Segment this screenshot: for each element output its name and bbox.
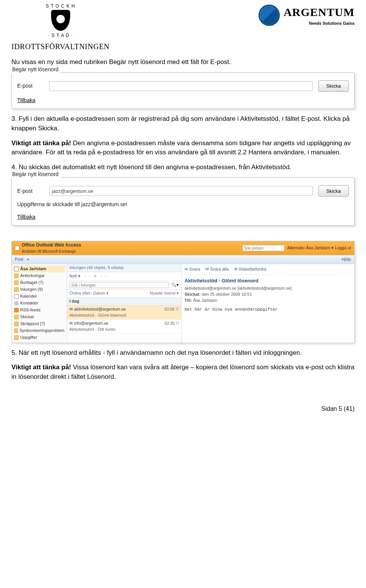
owa-group-today: I dag — [67, 298, 181, 306]
important-1-label: Viktigt att tänka på! — [11, 139, 71, 147]
toolbar-item[interactable]: · — [84, 273, 85, 279]
sidebar-item[interactable]: Uppgifter — [13, 334, 65, 341]
owa-inbox-header: Inkorgen (40 objekt, 9 olästa) — [67, 264, 181, 272]
stockholm-logo: S T O C K H O L M · S T A D · IDROTTSFÖR… — [11, 4, 109, 52]
sidebar-item-label: Skräppost [7] — [20, 321, 45, 327]
toolbar-item[interactable]: · — [89, 273, 90, 279]
email-input-2[interactable] — [49, 186, 313, 196]
owa-sort-left[interactable]: Ordna efter: Datum ▾ — [69, 290, 109, 296]
owa-preview-pane: ✉ Svara✉ Svara alla✉ Vidarebefordra Akti… — [181, 264, 354, 342]
owa-logo-icon — [15, 246, 19, 250]
page-number: Sidan 5 (41) — [11, 404, 355, 413]
rss-icon — [14, 308, 19, 312]
sidebar-item-label: Uppgifter — [20, 335, 37, 341]
sidebar-item[interactable]: RSS-feeds — [13, 307, 65, 314]
email-input-1[interactable] — [49, 81, 313, 91]
sidebar-item-label: Anteckningar — [20, 273, 45, 279]
owa-subtitle: Ansluten till Microsoft Exchange — [22, 249, 81, 255]
status-message: Uppgifterna är skickade till jazz@argent… — [17, 200, 349, 208]
page-header: S T O C K H O L M · S T A D · IDROTTSFÖR… — [11, 4, 355, 52]
step-4-text: 4. Nu skickas det automatiskt ett nytt l… — [11, 163, 291, 171]
argentum-logo: ARGENTUM Needs Solutions Gains — [258, 4, 355, 26]
step-3-text: 3. Fyll i den aktuella e-postadressen so… — [11, 115, 350, 132]
back-link-1[interactable]: Tillbaka — [17, 96, 35, 104]
argentum-tagline: Needs Solutions Gains — [309, 21, 355, 27]
owa-inbox-search[interactable] — [69, 282, 169, 288]
owa-preview-from: aktivitetsstod@argentum.se [aktivitetsst… — [185, 285, 351, 292]
search-icon[interactable]: 🔍▾ — [171, 282, 179, 288]
folder-icon — [14, 315, 19, 319]
cal-icon — [14, 294, 19, 299]
important-note-1: Viktigt att tänka på! Den angivna e-post… — [11, 139, 355, 157]
owa-preview-toolbar[interactable]: ✉ Svara✉ Svara alla✉ Vidarebefordra — [185, 266, 351, 275]
sidebar-item-label: Inkorgen (9) — [20, 287, 43, 293]
owa-title: Office Outlook Web Access — [22, 242, 81, 248]
sidebar-item[interactable]: Anteckningar — [13, 272, 65, 279]
important-note-2: Viktigt att tänka på! Vissa lösenord kan… — [11, 363, 355, 381]
sidebar-item[interactable]: Borttaget (7) — [13, 279, 65, 286]
sidebar-item[interactable]: Synkroniseringsproblem — [13, 327, 65, 334]
shield-icon — [51, 10, 70, 31]
email-label-1: E-post — [17, 82, 44, 90]
owa-sort-right[interactable]: Nyaste överst ▾ — [150, 290, 179, 296]
toolbar-item[interactable]: × — [94, 273, 96, 279]
step-5: 5. När ett nytt lösenord erhållits - fyl… — [11, 348, 355, 358]
owa-preview-subject: Aktivitetsstöd - Glömt lösenord — [185, 277, 351, 285]
toolbar-item[interactable]: · — [100, 273, 101, 279]
folder-icon — [14, 328, 18, 333]
owa-message-list: Inkorgen (40 objekt, 9 olästa) Nytt ▾··×… — [67, 264, 181, 342]
request-password-box-1: E-post Skicka Tillbaka — [11, 72, 355, 109]
toolbar-item[interactable]: Nytt ▾ — [69, 273, 80, 279]
folder-icon — [14, 274, 19, 278]
message-row[interactable]: ✉ info@argentum.se10:35 ▽Aktivitetsstöd … — [67, 320, 181, 334]
owa-post-label: Post — [15, 257, 23, 261]
owa-collapse-icon[interactable]: « — [27, 257, 29, 261]
preview-toolbar-item[interactable]: ✉ Vidarebefordra — [234, 266, 266, 272]
owa-person-search[interactable] — [242, 245, 284, 251]
preview-toolbar-item[interactable]: ✉ Svara — [185, 266, 200, 272]
sidebar-item[interactable]: Inkorgen (9) — [13, 286, 65, 293]
owa-preview-body: Det här är dina nya användaruppgifter — [185, 307, 351, 313]
sidebar-item-label: Borttaget (7) — [20, 280, 43, 286]
submit-button-1[interactable]: Skicka — [318, 80, 349, 92]
important-2-label: Viktigt att tänka på! — [11, 364, 71, 371]
argentum-mark-icon — [258, 5, 280, 26]
preview-toolbar-item[interactable]: ✉ Svara alla — [205, 266, 229, 272]
submit-button-2[interactable]: Skicka — [318, 185, 349, 197]
folder-icon — [14, 280, 19, 285]
argentum-name: ARGENTUM — [284, 4, 355, 21]
department-title: IDROTTSFÖRVALTNINGEN — [11, 41, 109, 52]
outlook-screenshot: Office Outlook Web Access Ansluten till … — [11, 241, 355, 343]
owa-sent-value: den 25 oktober 2009 10:51 — [202, 292, 252, 296]
email-label-2: E-post — [17, 187, 44, 195]
crest-bottom-text: · S T A D · — [43, 32, 78, 39]
mail-icon — [14, 267, 19, 271]
owa-to-label: Till: — [185, 298, 192, 303]
toolbar-item[interactable]: · — [105, 273, 106, 279]
folder-icon — [14, 287, 19, 292]
sidebar-item[interactable]: Åsa Jarlstam — [13, 266, 65, 272]
step-5-text: 5. När ett nytt lösenord erhållits - fyl… — [11, 349, 302, 356]
message-row[interactable]: ✉ aktivitetsstod@argentum.se10:56 ▽Aktiv… — [67, 306, 181, 320]
owa-sidebar: Åsa JarlstamAnteckningarBorttaget (7)Ink… — [12, 264, 67, 342]
sidebar-item-label: Åsa Jarlstam — [20, 266, 47, 272]
sidebar-item[interactable]: Kalender — [13, 293, 65, 300]
owa-subbar: Post « Hjälp — [12, 255, 354, 264]
owa-top-links[interactable]: Alternativ Åsa Jarlstam ▾ Logga ut — [287, 245, 351, 251]
owa-to-value: Åsa Jarlstam — [193, 298, 217, 303]
folder-icon — [14, 322, 19, 326]
sidebar-item-label: Kalender — [20, 293, 37, 300]
owa-help-link[interactable]: Hjälp — [342, 256, 351, 263]
owa-mid-toolbar[interactable]: Nytt ▾··×·· — [67, 272, 181, 281]
sidebar-item[interactable]: Kontakter — [13, 300, 65, 307]
folder-icon — [14, 335, 19, 340]
step-4: 4. Nu skickas det automatiskt ett nytt l… — [11, 163, 355, 172]
crest-icon: S T O C K H O L M · S T A D · — [43, 4, 78, 38]
sidebar-item[interactable]: Skickat — [13, 314, 65, 320]
intro-paragraph: Nu visas en ny sida med rubriken Begär n… — [11, 58, 355, 67]
back-link-2[interactable]: Tillbaka — [17, 213, 35, 221]
owa-titlebar: Office Outlook Web Access Ansluten till … — [12, 241, 354, 255]
step-3: 3. Fyll i den aktuella e-postadressen so… — [11, 114, 355, 133]
sidebar-item-label: Kontakter — [20, 300, 38, 306]
sidebar-item[interactable]: Skräppost [7] — [13, 320, 65, 327]
